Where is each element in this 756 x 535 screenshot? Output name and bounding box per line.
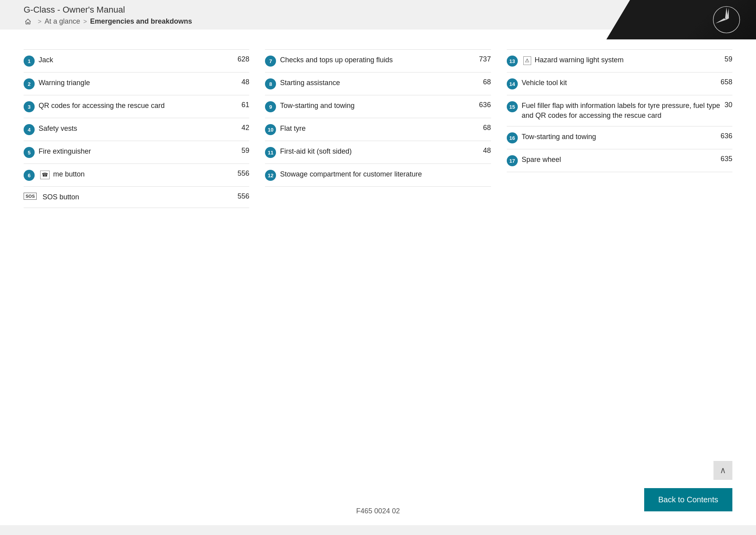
item-label: Tow-starting and towing (280, 101, 475, 111)
home-icon[interactable] (24, 18, 32, 25)
svg-marker-3 (722, 8, 733, 20)
item-label: QR codes for accessing the rescue card (39, 101, 237, 111)
item-page-number: 48 (241, 78, 249, 86)
item-page-number: 61 (241, 101, 249, 109)
item-page-number: 68 (483, 78, 491, 86)
item-page-number: 636 (479, 101, 491, 109)
item-page-number: 556 (237, 192, 249, 201)
item-label: Spare wheel (522, 155, 717, 165)
item-label: Fire extinguisher (39, 147, 237, 156)
item-page-number: 30 (724, 101, 732, 109)
toc-list-item[interactable]: 15Fuel filler flap with information labe… (507, 95, 732, 126)
item-label: Fuel filler flap with information labels… (522, 101, 721, 121)
toc-list-item[interactable]: 7Checks and tops up operating fluids737 (265, 49, 491, 72)
column-1: 1Jack6282Warning triangle483QR codes for… (24, 49, 265, 208)
toc-list-item[interactable]: 2Warning triangle48 (24, 72, 249, 95)
item-label: First-aid kit (soft sided) (280, 147, 479, 156)
item-label: Starting assistance (280, 78, 479, 88)
item-number-badge: 17 (507, 155, 518, 166)
item-number-badge: 11 (265, 147, 276, 158)
item-label: Flat tyre (280, 124, 479, 134)
toc-list-item[interactable]: 17Spare wheel635 (507, 149, 732, 172)
warning-triangle-icon: ⚠ (523, 56, 531, 65)
item-number-badge: 4 (24, 124, 35, 135)
item-number-badge: 8 (265, 78, 276, 89)
item-page-number: 658 (721, 78, 732, 86)
item-number-badge: 13 (507, 56, 518, 67)
mercedes-star-logo (713, 6, 740, 33)
item-label: Tow-starting and towing (522, 132, 717, 142)
item-page-number: 635 (721, 155, 732, 163)
item-page-number: 48 (483, 147, 491, 155)
breadcrumb-current-page: Emergencies and breakdowns (90, 17, 192, 26)
toc-list-item[interactable]: 8Starting assistance68 (265, 72, 491, 95)
item-label: ☎ me button (39, 169, 233, 179)
toc-list-item[interactable]: 13⚠ Hazard warning light system59 (507, 49, 732, 72)
item-page-number: 59 (724, 55, 732, 63)
main-content: 1Jack6282Warning triangle483QR codes for… (0, 30, 756, 525)
item-label: Warning triangle (39, 78, 237, 88)
item-label: Safety vests (39, 124, 237, 134)
toc-list-item[interactable]: 11First-aid kit (soft sided)48 (265, 141, 491, 164)
item-label: SOS button (43, 192, 233, 202)
toc-list-item[interactable]: 5Fire extinguisher59 (24, 141, 249, 164)
item-number-badge: 7 (265, 56, 276, 67)
toc-list-item[interactable]: 14Vehicle tool kit658 (507, 72, 732, 95)
item-number-badge: 10 (265, 124, 276, 135)
item-page-number: 42 (241, 124, 249, 132)
item-label: ⚠ Hazard warning light system (522, 55, 721, 65)
item-label: Stowage compartment for customer literat… (280, 169, 491, 179)
toc-list-item[interactable]: 6☎ me button556 (24, 164, 249, 187)
toc-list-item[interactable]: 16Tow-starting and towing636 (507, 126, 732, 149)
item-number-badge: 9 (265, 101, 276, 112)
breadcrumb-at-a-glance[interactable]: At a glance (44, 17, 80, 26)
item-number-badge: 1 (24, 56, 35, 67)
back-to-contents-button[interactable]: Back to Contents (644, 488, 732, 511)
item-page-number: 737 (479, 55, 491, 63)
item-number-badge: 2 (24, 78, 35, 89)
item-label: Vehicle tool kit (522, 78, 717, 88)
item-label: Checks and tops up operating fluids (280, 55, 475, 65)
toc-columns: 1Jack6282Warning triangle483QR codes for… (24, 49, 732, 208)
item-number-badge: 12 (265, 170, 276, 181)
me-button-icon: ☎ (40, 171, 50, 179)
item-number-badge: 15 (507, 101, 518, 112)
toc-list-item[interactable]: 1Jack628 (24, 49, 249, 72)
toc-list-item[interactable]: SOSSOS button556 (24, 187, 249, 208)
page-header: G-Class - Owner's Manual > At a glance >… (0, 0, 756, 30)
item-number-badge: 6 (24, 170, 35, 181)
breadcrumb-separator-1: > (38, 18, 41, 25)
item-label: Jack (39, 55, 233, 65)
item-page-number: 628 (237, 55, 249, 63)
column-3: 13⚠ Hazard warning light system5914Vehic… (507, 49, 732, 208)
scroll-up-button[interactable]: ∧ (713, 461, 732, 480)
toc-list-item[interactable]: 10Flat tyre68 (265, 118, 491, 141)
column-2: 7Checks and tops up operating fluids7378… (265, 49, 506, 208)
toc-list-item[interactable]: 3QR codes for accessing the rescue card6… (24, 95, 249, 118)
toc-list-item[interactable]: 9Tow-starting and towing636 (265, 95, 491, 118)
item-number-badge: 5 (24, 147, 35, 158)
item-number-badge: 16 (507, 132, 518, 143)
item-no-number-spacer: SOS (24, 192, 39, 200)
item-page-number: 556 (237, 169, 249, 178)
svg-marker-2 (715, 16, 726, 27)
toc-list-item[interactable]: 4Safety vests42 (24, 118, 249, 141)
logo-area (606, 0, 756, 39)
item-page-number: 636 (721, 132, 732, 140)
sos-icon: SOS (24, 193, 37, 200)
breadcrumb-separator-2: > (83, 18, 87, 25)
item-number-badge: 14 (507, 78, 518, 89)
footer-doc-id: F465 0024 02 (356, 499, 400, 527)
item-page-number: 59 (241, 147, 249, 155)
toc-list-item[interactable]: 12Stowage compartment for customer liter… (265, 164, 491, 187)
item-page-number: 68 (483, 124, 491, 132)
item-number-badge: 3 (24, 101, 35, 112)
